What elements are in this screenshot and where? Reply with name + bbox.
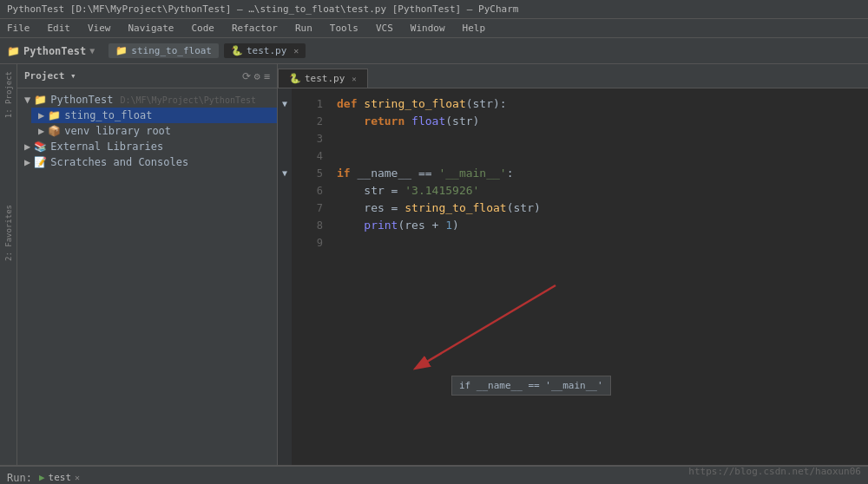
tab-sting-label: sting_to_float (131, 45, 212, 56)
project-panel-label[interactable]: 1: Project (4, 71, 13, 118)
tab-python-icon: 🐍 (231, 45, 243, 56)
ext-libs-icon: 📚 (34, 141, 47, 153)
menu-bar: File Edit View Navigate Code Refactor Ru… (0, 19, 868, 38)
editor-content: ▼ ▼ 1 2 3 4 5 6 7 8 9 def stri (278, 88, 868, 465)
code-editor[interactable]: def string_to_float(str): return float(s… (326, 88, 868, 465)
run-tab-label: test (49, 472, 72, 483)
settings-icon[interactable]: ≡ (264, 70, 270, 82)
scratches-expand-icon: ▶ (24, 156, 30, 168)
tree-sting-to-float[interactable]: ▶ 📁 sting_to_float (31, 108, 277, 123)
menu-code[interactable]: Code (187, 21, 218, 36)
toolbar: 📁 PythonTest ▼ 📁 sting_to_float 🐍 test.p… (0, 38, 868, 64)
fold-4 (278, 147, 292, 165)
menu-vcs[interactable]: VCS (372, 21, 397, 36)
menu-view[interactable]: View (84, 21, 115, 36)
tab-close-icon[interactable]: ✕ (293, 46, 299, 56)
scratches-icon: 📝 (34, 156, 47, 168)
menu-navigate[interactable]: Navigate (125, 21, 178, 36)
venv-icon: 📦 (48, 125, 61, 137)
run-tab-test[interactable]: ▶ test ✕ (39, 472, 80, 483)
run-tab-close[interactable]: ✕ (75, 473, 80, 482)
menu-tools[interactable]: Tools (326, 21, 362, 36)
scratches-label: Scratches and Consoles (50, 156, 188, 168)
fold-9 (278, 234, 292, 252)
tree-venv[interactable]: ▶ 📦 venv library root (31, 123, 277, 139)
root-path: D:\MF\MyProject\PythonTest (120, 95, 256, 105)
editor-tab-test-py[interactable]: 🐍 test.py ✕ (278, 69, 368, 88)
fold-6 (278, 182, 292, 199)
root-expand-icon: ▼ (24, 94, 30, 106)
fold-7 (278, 199, 292, 217)
project-dropdown-icon[interactable]: ▼ (89, 46, 95, 56)
menu-help[interactable]: Help (459, 21, 490, 36)
tab-sting-to-float[interactable]: 📁 sting_to_float (108, 43, 219, 58)
ext-expand-icon: ▶ (24, 141, 30, 153)
title-text: PythonTest [D:\MF\MyProject\PythonTest] … (7, 3, 518, 15)
project-icon: 📁 (7, 45, 20, 57)
project-label: PythonTest (23, 45, 86, 57)
project-tree-icons: ⟳ ⚙ ≡ (242, 70, 270, 82)
menu-edit[interactable]: Edit (44, 21, 75, 36)
tab-test-label: test.py (247, 45, 286, 56)
project-tree: Project ▾ ⟳ ⚙ ≡ ▼ 📁 PythonTest D:\MF\MyP… (17, 64, 278, 465)
root-label: PythonTest (50, 94, 113, 106)
gear-icon[interactable]: ⚙ (254, 70, 260, 82)
fold-2 (278, 113, 292, 130)
tree-external-libs[interactable]: ▶ 📚 External Libraries (17, 139, 277, 154)
fold-3 (278, 130, 292, 147)
favorites-panel-label[interactable]: 2: Favorites (4, 205, 13, 261)
editor-tab-label: test.py (305, 73, 345, 84)
line-numbers: 1 2 3 4 5 6 7 8 9 (292, 88, 326, 465)
menu-file[interactable]: File (3, 21, 34, 36)
tab-folder-icon: 📁 (115, 45, 128, 56)
tree-root[interactable]: ▼ 📁 PythonTest D:\MF\MyProject\PythonTes… (17, 92, 277, 108)
project-tree-title: Project ▾ (24, 70, 76, 82)
ext-libs-label: External Libraries (50, 141, 163, 153)
sting-label: sting_to_float (64, 109, 152, 121)
root-folder-icon: 📁 (34, 94, 47, 106)
menu-window[interactable]: Window (407, 21, 449, 36)
title-bar: PythonTest [D:\MF\MyProject\PythonTest] … (0, 0, 868, 19)
tree-scratches[interactable]: ▶ 📝 Scratches and Consoles (17, 154, 277, 170)
side-strip-left: 1: Project 2: Favorites (0, 64, 17, 465)
sync-icon[interactable]: ⟳ (242, 70, 251, 82)
editor-area: 🐍 test.py ✕ ▼ ▼ 1 2 3 4 5 (278, 64, 868, 465)
menu-run[interactable]: Run (292, 21, 316, 36)
fold-5[interactable]: ▼ (278, 165, 292, 182)
project-tree-header: Project ▾ ⟳ ⚙ ≡ (17, 64, 277, 88)
run-label: Run: (7, 472, 32, 484)
fold-1[interactable]: ▼ (278, 95, 292, 113)
venv-label: venv library root (64, 125, 171, 137)
run-tab-icon: ▶ (39, 472, 45, 483)
gutter-fold: ▼ ▼ (278, 88, 292, 465)
watermark: https://blog.csdn.net/haoxun06 (688, 466, 861, 477)
venv-expand-icon: ▶ (38, 125, 44, 137)
toolbar-project: 📁 PythonTest ▼ (7, 45, 95, 57)
menu-refactor[interactable]: Refactor (228, 21, 281, 36)
editor-tab-close[interactable]: ✕ (352, 75, 356, 83)
editor-tabs: 🐍 test.py ✕ (278, 64, 868, 88)
tree-content: ▼ 📁 PythonTest D:\MF\MyProject\PythonTes… (17, 88, 277, 465)
expand-icon: ▶ (38, 109, 44, 121)
folder-icon: 📁 (48, 109, 61, 121)
editor-tab-python-icon: 🐍 (289, 73, 301, 84)
main-layout: 1: Project 2: Favorites Project ▾ ⟳ ⚙ ≡ … (0, 64, 868, 465)
tab-test-py[interactable]: 🐍 test.py ✕ (224, 43, 306, 58)
fold-8 (278, 217, 292, 234)
